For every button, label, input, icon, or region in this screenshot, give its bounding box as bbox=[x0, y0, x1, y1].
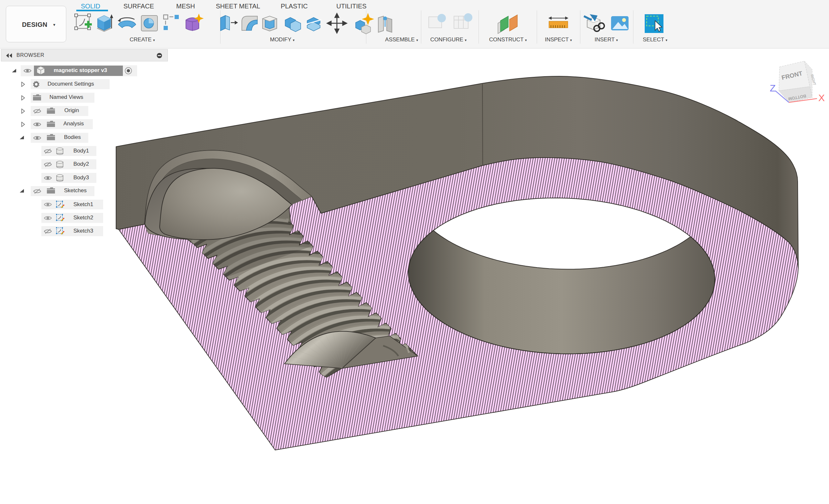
svg-text:X: X bbox=[818, 92, 825, 103]
svg-text:Z: Z bbox=[770, 83, 776, 93]
